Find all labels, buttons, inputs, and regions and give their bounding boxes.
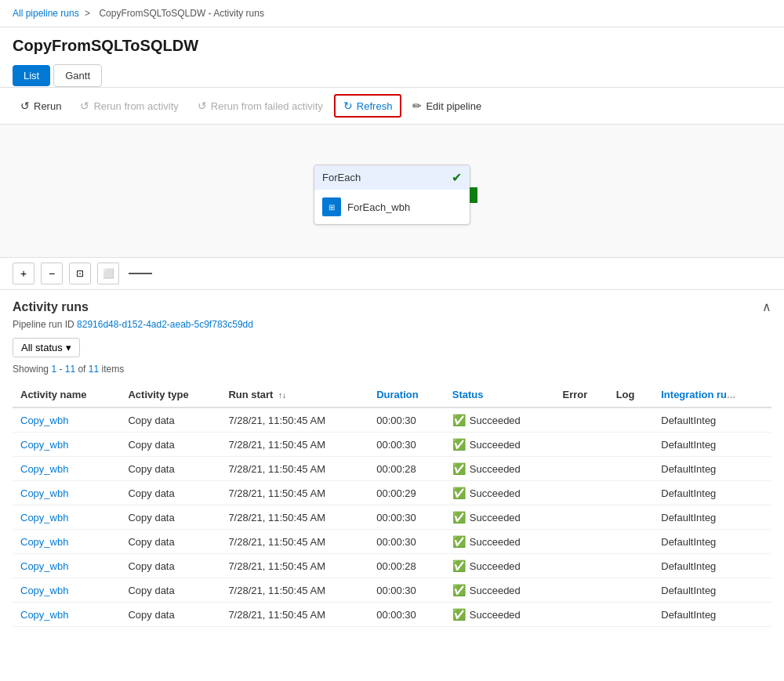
foreach-header: ForEach ✔ (314, 165, 470, 190)
cell-status: ✅ Succeeded (445, 505, 555, 530)
cell-duration: 00:00:30 (368, 530, 445, 554)
cell-status: ✅ Succeeded (445, 481, 555, 505)
activity-runs-table: Activity name Activity type Run start ↑↓… (13, 382, 771, 627)
count-row: Showing 1 - 11 of 11 items (13, 364, 771, 375)
full-screen-button[interactable]: ⬜ (97, 263, 119, 284)
cell-run-start: 7/28/21, 11:50:45 AM (220, 554, 368, 578)
foreach-success-icon: ✔ (452, 170, 462, 185)
collapse-button[interactable]: ∧ (762, 299, 771, 314)
page-title: CopyFromSQLToSQLDW (0, 27, 784, 61)
foreach-activity-name: ForEach_wbh (347, 201, 410, 213)
cell-log (608, 408, 654, 433)
table-row: Copy_wbh Copy data 7/28/21, 11:50:45 AM … (13, 554, 771, 578)
status-text: Succeeded (470, 585, 521, 596)
count-start: 1 (51, 364, 56, 375)
status-text: Succeeded (470, 439, 521, 451)
zoom-in-button[interactable]: + (13, 263, 34, 284)
refresh-button[interactable]: ↻ Refresh (334, 94, 402, 118)
cell-activity-type: Copy data (120, 554, 220, 578)
col-duration: Duration (368, 382, 445, 408)
breadcrumb-link[interactable]: All pipeline runs (13, 8, 79, 19)
canvas-divider (129, 273, 152, 274)
cell-run-start: 7/28/21, 11:50:45 AM (220, 433, 368, 457)
cell-activity-name[interactable]: Copy_wbh (13, 505, 120, 530)
rerun-from-failed-button[interactable]: ↺ Rerun from failed activity (190, 96, 331, 116)
cell-activity-name[interactable]: Copy_wbh (13, 530, 120, 554)
edit-pipeline-button[interactable]: ✏ Edit pipeline (405, 96, 489, 116)
foreach-title: ForEach (322, 172, 361, 183)
fit-view-button[interactable]: ⊡ (69, 263, 91, 284)
cell-status: ✅ Succeeded (445, 433, 555, 457)
rerun-button[interactable]: ↺ Rerun (13, 96, 69, 116)
cell-log (608, 457, 654, 481)
cell-run-start: 7/28/21, 11:50:45 AM (220, 578, 368, 603)
rerun-label: Rerun (34, 100, 61, 112)
foreach-node[interactable]: ForEach ✔ ⊞ ForEach_wbh (314, 165, 470, 225)
table-header-row: Activity name Activity type Run start ↑↓… (13, 382, 771, 408)
cell-activity-name[interactable]: Copy_wbh (13, 481, 120, 505)
cell-status: ✅ Succeeded (445, 408, 555, 433)
foreach-connector (470, 187, 477, 203)
cell-activity-name[interactable]: Copy_wbh (13, 554, 120, 578)
zoom-out-button[interactable]: − (41, 263, 63, 284)
table-row: Copy_wbh Copy data 7/28/21, 11:50:45 AM … (13, 433, 771, 457)
cell-run-start: 7/28/21, 11:50:45 AM (220, 481, 368, 505)
pipeline-canvas: ForEach ✔ ⊞ ForEach_wbh (0, 125, 784, 258)
pipeline-run-id-link[interactable]: 82916d48-d152-4ad2-aeab-5c9f783c59dd (77, 319, 253, 330)
status-text: Succeeded (470, 463, 521, 475)
foreach-icon-inner: ⊞ (328, 203, 335, 212)
cell-status: ✅ Succeeded (445, 603, 555, 627)
tab-list[interactable]: List (13, 65, 50, 86)
col-log: Log (608, 382, 654, 408)
cell-integration: DefaultInteg (653, 603, 771, 627)
cell-error (555, 481, 608, 505)
cell-activity-name[interactable]: Copy_wbh (13, 408, 120, 433)
col-activity-type: Activity type (120, 382, 220, 408)
cell-integration: DefaultInteg (653, 505, 771, 530)
cell-run-start: 7/28/21, 11:50:45 AM (220, 505, 368, 530)
status-success-icon: ✅ (452, 535, 466, 548)
rerun-from-failed-label: Rerun from failed activity (211, 100, 323, 112)
status-text: Succeeded (470, 609, 521, 621)
rerun-from-activity-label: Rerun from activity (93, 100, 178, 112)
cell-activity-type: Copy data (120, 603, 220, 627)
cell-integration: DefaultInteg (653, 554, 771, 578)
col-status: Status (445, 382, 555, 408)
cell-integration: DefaultInteg (653, 457, 771, 481)
cell-duration: 00:00:30 (368, 505, 445, 530)
status-success-icon: ✅ (452, 487, 466, 499)
cell-activity-name[interactable]: Copy_wbh (13, 433, 120, 457)
status-success-icon: ✅ (452, 414, 466, 426)
all-status-filter[interactable]: All status ▾ (13, 338, 80, 357)
pipeline-id-row: Pipeline run ID 82916d48-d152-4ad2-aeab-… (13, 319, 771, 330)
cell-error (555, 603, 608, 627)
rerun-from-activity-button[interactable]: ↺ Rerun from activity (72, 96, 186, 116)
filter-row: All status ▾ (13, 338, 771, 357)
cell-integration: DefaultInteg (653, 530, 771, 554)
status-success-icon: ✅ (452, 560, 466, 572)
status-success-icon: ✅ (452, 584, 466, 596)
cell-activity-name[interactable]: Copy_wbh (13, 603, 120, 627)
cell-error (555, 408, 608, 433)
table-row: Copy_wbh Copy data 7/28/21, 11:50:45 AM … (13, 578, 771, 603)
count-end: 11 (65, 364, 75, 375)
cell-integration: DefaultInteg (653, 481, 771, 505)
cell-error (555, 457, 608, 481)
cell-integration: DefaultInteg (653, 578, 771, 603)
cell-log (608, 603, 654, 627)
cell-activity-name[interactable]: Copy_wbh (13, 457, 120, 481)
edit-pipeline-label: Edit pipeline (426, 100, 481, 112)
rerun-icon: ↺ (20, 100, 30, 112)
status-text: Succeeded (470, 487, 521, 499)
table-row: Copy_wbh Copy data 7/28/21, 11:50:45 AM … (13, 505, 771, 530)
tab-gantt[interactable]: Gantt (53, 64, 102, 87)
cell-log (608, 505, 654, 530)
cell-error (555, 554, 608, 578)
col-run-start[interactable]: Run start ↑↓ (220, 382, 368, 408)
activity-runs-section: Activity runs ∧ Pipeline run ID 82916d48… (0, 290, 784, 636)
cell-activity-type: Copy data (120, 433, 220, 457)
cell-activity-type: Copy data (120, 481, 220, 505)
rerun-from-failed-icon: ↺ (198, 100, 207, 112)
edit-icon: ✏ (412, 100, 422, 112)
cell-activity-name[interactable]: Copy_wbh (13, 578, 120, 603)
